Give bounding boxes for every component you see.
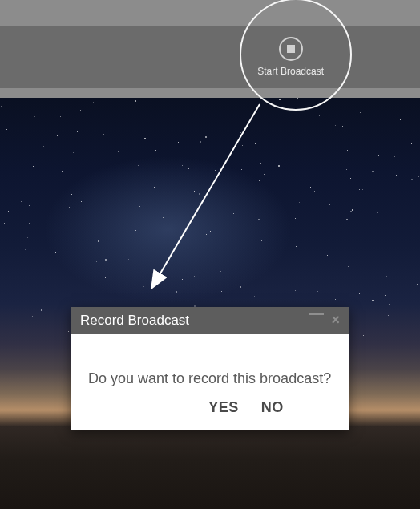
- minimize-icon[interactable]: [309, 313, 324, 315]
- top-strip: [0, 0, 420, 26]
- stop-icon: [279, 37, 303, 61]
- dialog-message: Do you want to record this broadcast?: [71, 334, 349, 396]
- start-broadcast-button[interactable]: Start Broadcast: [257, 37, 324, 77]
- dialog-header: Record Broadcast ×: [71, 307, 349, 334]
- dialog-actions: YES NO: [143, 396, 349, 430]
- dialog-title: Record Broadcast: [80, 313, 189, 329]
- sub-strip: [0, 88, 420, 98]
- background-photo: [0, 98, 420, 509]
- yes-button[interactable]: YES: [208, 399, 239, 416]
- toolbar: Start Broadcast: [0, 26, 420, 88]
- start-broadcast-label: Start Broadcast: [257, 66, 324, 77]
- record-broadcast-dialog: Record Broadcast × Do you want to record…: [71, 307, 349, 430]
- close-icon[interactable]: ×: [331, 313, 340, 327]
- no-button[interactable]: NO: [261, 399, 284, 416]
